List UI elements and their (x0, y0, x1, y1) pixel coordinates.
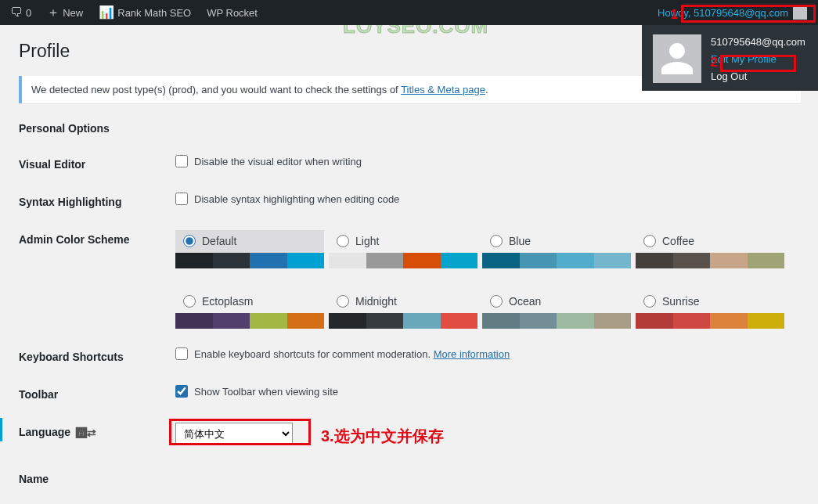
profile-page: Profile We detected new post type(s) (pr… (0, 25, 818, 485)
color-swatches (482, 313, 631, 329)
color-scheme-name: Coffee (662, 235, 694, 247)
rankmath-label: Rank Math SEO (117, 7, 191, 19)
color-swatch (748, 313, 785, 329)
color-swatches (175, 313, 324, 329)
color-scheme-ectoplasm[interactable]: Ectoplasm (175, 290, 324, 329)
color-swatch (366, 313, 404, 329)
annotation-number-2: 2 (711, 55, 718, 70)
color-scheme-name: Ectoplasm (202, 295, 253, 308)
color-scheme-radio[interactable] (490, 235, 503, 247)
plus-icon: ＋ (47, 6, 59, 19)
color-swatch (557, 253, 594, 268)
row-label-keyboard: Keyboard Shortcuts (19, 338, 175, 376)
color-scheme-midnight[interactable]: Midnight (329, 290, 477, 329)
color-swatch (520, 313, 557, 329)
color-swatch (403, 313, 441, 329)
toolbar-new[interactable]: ＋ New (43, 6, 87, 19)
color-swatch (403, 253, 441, 268)
color-scheme-default[interactable]: Default (175, 230, 324, 268)
toolbar-comments[interactable]: 🗨 0 (6, 6, 35, 19)
color-scheme-label[interactable]: Ectoplasm (175, 290, 324, 313)
color-scheme-label[interactable]: Coffee (636, 230, 784, 253)
color-scheme-radio[interactable] (643, 235, 656, 247)
wprocket-label: WP Rocket (207, 7, 258, 19)
color-swatches (482, 253, 631, 268)
color-scheme-coffee[interactable]: Coffee (636, 230, 784, 268)
visual-editor-checkbox[interactable] (175, 155, 188, 167)
color-scheme-radio[interactable] (337, 295, 349, 308)
color-swatch (329, 253, 366, 268)
color-swatch (366, 253, 404, 268)
color-scheme-radio[interactable] (183, 235, 196, 247)
annotation-text-3: 3.选为中文并保存 (321, 426, 444, 447)
notice-link[interactable]: Titles & Meta page (401, 84, 485, 95)
color-scheme-radio[interactable] (183, 295, 196, 308)
user-account-menu: 510795648@qq.com Edit My Profile Log Out (642, 25, 818, 91)
row-label-language: Language 🅰︎⇄ (19, 413, 175, 454)
color-swatch (482, 253, 520, 268)
color-scheme-sunrise[interactable]: Sunrise (636, 290, 784, 329)
color-swatch (748, 253, 785, 268)
color-scheme-radio[interactable] (490, 295, 503, 308)
color-scheme-label[interactable]: Blue (482, 230, 631, 253)
admin-toolbar-right: Howdy, 510795648@qq.com (658, 5, 812, 20)
color-swatch (250, 253, 287, 268)
color-swatch (213, 313, 250, 329)
user-menu-content: 510795648@qq.com Edit My Profile Log Out (653, 34, 807, 83)
syntax-highlighting-checkbox[interactable] (175, 193, 188, 205)
color-swatch (175, 253, 213, 268)
color-swatch (520, 253, 557, 268)
color-swatches (329, 313, 477, 329)
keyboard-shortcuts-checkbox-label[interactable]: Enable keyboard shortcuts for comment mo… (194, 348, 510, 360)
color-scheme-name: Blue (509, 235, 531, 247)
toolbar-checkbox[interactable] (175, 385, 188, 398)
row-label-syntax: Syntax Highlighting (19, 183, 175, 221)
color-swatch (287, 313, 325, 329)
color-swatches (636, 253, 784, 268)
color-scheme-blue[interactable]: Blue (482, 230, 631, 268)
color-swatch (673, 313, 711, 329)
visual-editor-checkbox-label[interactable]: Disable the visual editor when writing (194, 156, 362, 167)
toolbar-checkbox-label[interactable]: Show Toolbar when viewing site (194, 386, 338, 398)
color-scheme-radio[interactable] (337, 235, 349, 247)
row-label-toolbar: Toolbar (19, 376, 175, 413)
syntax-highlighting-checkbox-label[interactable]: Disable syntax highlighting when editing… (194, 193, 399, 205)
toolbar-wprocket[interactable]: WP Rocket (203, 7, 261, 19)
avatar-large-icon (653, 34, 701, 83)
user-menu-links: 510795648@qq.com Edit My Profile Log Out (711, 34, 805, 83)
logout-link[interactable]: Log Out (711, 70, 805, 82)
translate-icon: 🅰︎⇄ (76, 427, 96, 439)
color-swatch (557, 313, 594, 329)
color-swatch (329, 313, 366, 329)
language-select[interactable]: 简体中文 (175, 423, 293, 445)
avatar-icon[interactable] (793, 5, 807, 20)
color-scheme-label[interactable]: Midnight (329, 290, 477, 313)
row-label-admin-color: Admin Color Scheme (19, 221, 175, 338)
toolbar-rankmath[interactable]: 📊 Rank Math SEO (95, 6, 195, 19)
keyboard-shortcuts-link[interactable]: More information (434, 348, 510, 360)
color-swatch (287, 253, 325, 268)
color-scheme-label[interactable]: Sunrise (636, 290, 784, 313)
color-scheme-label[interactable]: Default (175, 230, 324, 253)
sidebar-active-indicator (0, 418, 2, 441)
row-label-visual-editor: Visual Editor (19, 146, 175, 183)
color-swatch (213, 253, 250, 268)
color-scheme-name: Ocean (509, 295, 541, 308)
new-label: New (63, 7, 83, 19)
color-scheme-light[interactable]: Light (329, 230, 477, 268)
color-swatch (710, 313, 748, 329)
color-scheme-label[interactable]: Ocean (482, 290, 631, 313)
edit-profile-link[interactable]: Edit My Profile (711, 53, 805, 65)
color-swatches (329, 253, 477, 268)
color-scheme-ocean[interactable]: Ocean (482, 290, 631, 329)
color-scheme-label[interactable]: Light (329, 230, 477, 253)
color-scheme-radio[interactable] (643, 295, 656, 308)
notice-suffix: . (485, 84, 488, 95)
color-scheme-name: Light (355, 235, 379, 247)
annotation-number-1: 1 (671, 7, 678, 23)
color-swatch (636, 253, 673, 268)
profile-form-table: Visual Editor Disable the visual editor … (19, 146, 801, 454)
color-swatch (636, 313, 673, 329)
color-swatch (250, 313, 287, 329)
keyboard-shortcuts-checkbox[interactable] (175, 347, 188, 360)
